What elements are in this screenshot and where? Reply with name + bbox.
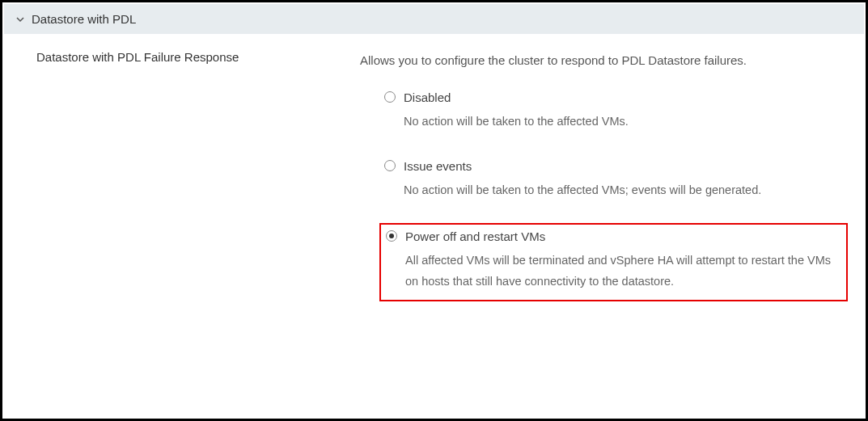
option-issue-events: Issue events No action will be taken to … — [379, 154, 848, 208]
options-list: Disabled No action will be taken to the … — [360, 86, 848, 301]
section-header[interactable]: Datastore with PDL — [4, 4, 864, 34]
setting-value: Allows you to configure the cluster to r… — [360, 50, 864, 316]
option-label: Issue events — [404, 159, 472, 173]
option-disabled: Disabled No action will be taken to the … — [379, 86, 848, 140]
setting-row: Datastore with PDL Failure Response Allo… — [4, 34, 864, 316]
option-power-off-restart: Power off and restart VMs All affected V… — [379, 223, 848, 301]
option-description: All affected VMs will be terminated and … — [386, 250, 838, 292]
option-head[interactable]: Power off and restart VMs — [386, 229, 838, 243]
setting-label: Datastore with PDL Failure Response — [36, 50, 360, 316]
chevron-down-icon — [15, 15, 25, 24]
section-title: Datastore with PDL — [32, 12, 136, 26]
radio-issue-events[interactable] — [384, 160, 396, 171]
option-label: Disabled — [404, 91, 451, 104]
option-description: No action will be taken to the affected … — [384, 179, 840, 200]
option-head[interactable]: Issue events — [384, 159, 840, 173]
option-head[interactable]: Disabled — [384, 91, 840, 104]
radio-disabled[interactable] — [384, 91, 396, 103]
radio-power-off-restart[interactable] — [386, 230, 397, 242]
setting-description: Allows you to configure the cluster to r… — [360, 50, 848, 71]
option-description: No action will be taken to the affected … — [384, 111, 840, 132]
option-label: Power off and restart VMs — [405, 229, 545, 243]
